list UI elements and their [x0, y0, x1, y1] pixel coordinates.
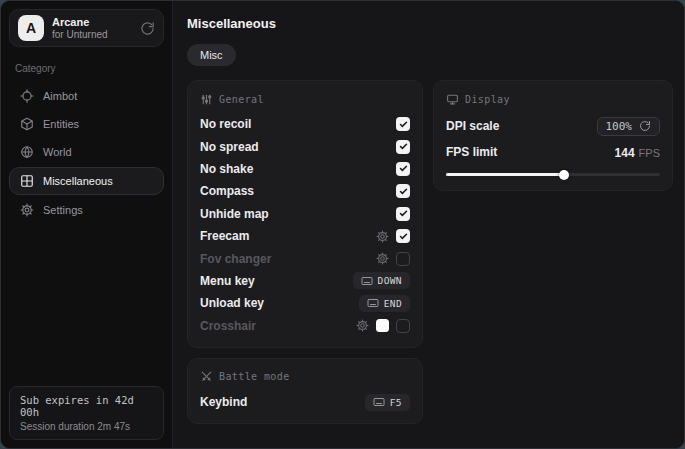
row-controls: [396, 140, 410, 154]
row-controls: [356, 319, 410, 333]
dpi-row: DPI scale 100%: [446, 113, 660, 139]
fps-label: FPS limit: [446, 145, 497, 159]
app-name: Arcane: [52, 16, 132, 29]
battle-panel-header: Battle mode: [200, 368, 410, 386]
sidebar-item-miscellaneous[interactable]: Miscellaneous: [9, 167, 164, 195]
row-label: Crosshair: [200, 319, 256, 333]
general-row: Fov changer: [200, 247, 410, 269]
tab-bar: Misc: [187, 44, 673, 66]
color-swatch[interactable]: [376, 319, 389, 332]
row-controls: [396, 184, 410, 198]
general-row: Unload keyEND: [200, 292, 410, 314]
check-icon: [399, 232, 408, 241]
row-controls: [376, 252, 410, 266]
sidebar-item-label: World: [43, 146, 72, 158]
sidebar-item-label: Settings: [43, 204, 83, 216]
gear-icon[interactable]: [356, 319, 369, 332]
app-subtitle: for Unturned: [52, 29, 132, 41]
general-row: Crosshair: [200, 315, 410, 337]
general-row: Unhide map: [200, 203, 410, 225]
display-panel-header: Display: [446, 90, 660, 108]
sidebar-item-label: Entities: [43, 118, 79, 130]
row-label: No spread: [200, 140, 259, 154]
keybind-value: F5: [390, 397, 402, 408]
row-label: Unhide map: [200, 207, 269, 221]
refresh-icon[interactable]: [140, 21, 155, 36]
row-label: Freecam: [200, 229, 249, 243]
general-rows: No recoilNo spreadNo shakeCompassUnhide …: [200, 113, 410, 337]
row-controls: [396, 207, 410, 221]
tab-misc[interactable]: Misc: [187, 44, 236, 66]
keybind-value: DOWN: [378, 275, 402, 286]
fps-value: 144: [615, 146, 635, 160]
general-row: Freecam: [200, 225, 410, 247]
row-controls: DOWN: [353, 272, 410, 289]
general-row: Menu keyDOWN: [200, 270, 410, 292]
keybind-button[interactable]: DOWN: [353, 272, 410, 289]
display-panel: Display DPI scale 100%: [433, 80, 673, 191]
app-header-card: A Arcane for Unturned: [9, 9, 164, 47]
left-column: General No recoilNo spreadNo shakeCompas…: [187, 80, 423, 424]
sidebar-item-entities[interactable]: Entities: [9, 110, 164, 138]
general-row: Compass: [200, 180, 410, 202]
checkbox-checked[interactable]: [396, 162, 410, 176]
checkbox-checked[interactable]: [396, 184, 410, 198]
app-logo: A: [18, 15, 44, 41]
check-icon: [399, 120, 408, 129]
row-controls: [376, 229, 410, 243]
sidebar-item-settings[interactable]: Settings: [9, 196, 164, 224]
fps-slider[interactable]: [446, 168, 660, 180]
general-row: No shake: [200, 158, 410, 180]
gear-icon[interactable]: [376, 252, 389, 265]
app-meta: Arcane for Unturned: [52, 16, 132, 40]
keyboard-icon: [367, 298, 379, 308]
checkbox-checked[interactable]: [396, 117, 410, 131]
checkbox-unchecked[interactable]: [396, 252, 410, 266]
battle-keybind-button[interactable]: F5: [365, 394, 410, 411]
monitor-icon: [446, 93, 459, 106]
page-title: Miscellaneous: [187, 16, 673, 31]
swords-icon: [200, 370, 213, 383]
row-label: Fov changer: [200, 252, 271, 266]
check-icon: [399, 187, 408, 196]
check-icon: [399, 164, 408, 173]
sidebar: A Arcane for Unturned Category AimbotEnt…: [1, 1, 173, 448]
checkbox-unchecked[interactable]: [396, 319, 410, 333]
crosshair-icon: [20, 89, 34, 103]
check-icon: [399, 142, 408, 151]
check-icon: [399, 209, 408, 218]
general-row: No recoil: [200, 113, 410, 135]
row-label: Unload key: [200, 296, 264, 310]
app-window: A Arcane for Unturned Category AimbotEnt…: [0, 0, 685, 449]
gear-icon[interactable]: [376, 230, 389, 243]
sliders-icon: [200, 93, 213, 106]
category-label: Category: [15, 63, 158, 74]
row-label: No recoil: [200, 117, 251, 131]
gear-icon: [20, 203, 34, 217]
main-area: Miscellaneous Misc General: [173, 1, 685, 448]
fps-slider-fill: [446, 173, 564, 176]
fps-row: FPS limit 144FPS: [446, 139, 660, 165]
checkbox-checked[interactable]: [396, 140, 410, 154]
checkbox-checked[interactable]: [396, 207, 410, 221]
battle-panel: Battle mode Keybind F5: [187, 358, 423, 424]
keybind-label: Keybind: [200, 395, 247, 409]
row-controls: [396, 162, 410, 176]
general-panel: General No recoilNo spreadNo shakeCompas…: [187, 80, 423, 348]
reset-icon[interactable]: [639, 120, 651, 132]
right-column: Display DPI scale 100%: [433, 80, 673, 191]
sidebar-item-aimbot[interactable]: Aimbot: [9, 82, 164, 110]
sidebar-item-world[interactable]: World: [9, 138, 164, 166]
general-panel-title: General: [219, 94, 264, 105]
battle-panel-title: Battle mode: [219, 371, 290, 382]
fps-slider-thumb[interactable]: [559, 170, 569, 180]
checkbox-checked[interactable]: [396, 229, 410, 243]
general-row: No spread: [200, 135, 410, 157]
keybind-button[interactable]: END: [359, 295, 410, 312]
fps-unit: FPS: [639, 147, 660, 159]
dpi-value-badge[interactable]: 100%: [597, 117, 661, 136]
sidebar-item-label: Miscellaneous: [43, 175, 113, 187]
subscription-card: Sub expires in 42d 00h Session duration …: [9, 386, 164, 440]
display-panel-title: Display: [465, 94, 510, 105]
sidebar-item-label: Aimbot: [43, 90, 77, 102]
